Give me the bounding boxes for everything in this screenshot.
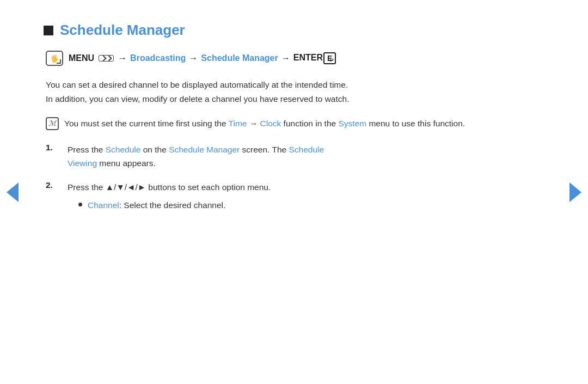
page-container: Schedule Manager 🖐 MENU → Broadcasting →… xyxy=(0,0,588,384)
title-row: Schedule Manager xyxy=(44,22,544,39)
step-2-number: 2. xyxy=(46,180,68,190)
bullet-item-channel: Channel: Select the desired channel. xyxy=(78,198,271,212)
menu-path: 🖐 MENU → Broadcasting → Schedule Manager… xyxy=(44,51,544,66)
clock-link: Clock xyxy=(260,119,281,128)
step-2-bullet-list: Channel: Select the desired channel. xyxy=(68,198,271,212)
arrow1: → xyxy=(118,53,127,63)
step-2-row: 2. Press the ▲/▼/◄/► buttons to set each… xyxy=(46,180,544,212)
note-arrow: → xyxy=(249,119,258,128)
arrow2: → xyxy=(189,53,198,63)
step-1-number: 1. xyxy=(46,143,68,153)
step-1-content: Press the Schedule on the Schedule Manag… xyxy=(68,143,324,170)
step-2-content: Press the ▲/▼/◄/► buttons to set each op… xyxy=(68,180,271,212)
channel-link: Channel xyxy=(88,200,119,210)
note-text-after: menu to use this function. xyxy=(366,119,465,128)
note-row: ℳ You must set the current time first us… xyxy=(44,117,544,131)
time-link: Time xyxy=(229,119,247,128)
steps-container: 1. Press the Schedule on the Schedule Ma… xyxy=(44,143,544,212)
arrow3: → xyxy=(281,53,290,63)
title-square-icon xyxy=(44,26,53,35)
note-text: You must set the current time first usin… xyxy=(64,117,465,131)
note-text-before: You must set the current time first usin… xyxy=(64,119,229,128)
broadcasting-link: Broadcasting xyxy=(130,53,186,63)
menu-label: MENU xyxy=(69,53,94,63)
bullet-dot-icon xyxy=(78,203,82,206)
description-text: You can set a desired channel to be disp… xyxy=(44,78,544,106)
schedule-link: Schedule xyxy=(106,145,141,154)
enter-label: ENTERE↵ xyxy=(293,52,336,64)
nav-arrow-left[interactable] xyxy=(7,182,19,202)
schedule-manager-screen-link: Schedule Manager xyxy=(169,145,240,154)
page-title: Schedule Manager xyxy=(60,22,185,39)
menu-icon: 🖐 xyxy=(46,51,63,66)
system-link: System xyxy=(338,119,366,128)
step-1-row: 1. Press the Schedule on the Schedule Ma… xyxy=(46,143,544,170)
note-icon: ℳ xyxy=(46,117,59,130)
channel-bullet-text: Channel: Select the desired channel. xyxy=(88,198,225,212)
note-text-middle: function in the xyxy=(281,119,338,128)
schedule-manager-link: Schedule Manager xyxy=(201,53,278,63)
nav-arrow-right[interactable] xyxy=(569,182,581,202)
